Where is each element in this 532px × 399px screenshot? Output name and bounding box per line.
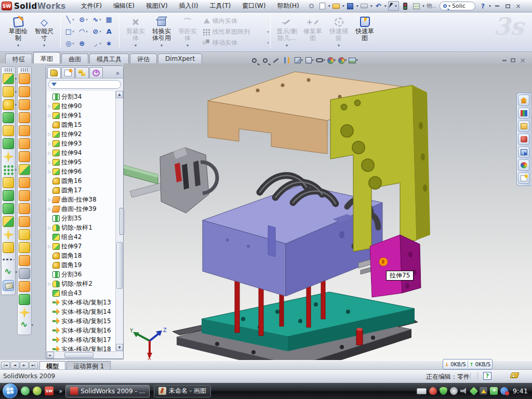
feature-tree-item[interactable]: ▷ 拉伸95 bbox=[47, 157, 115, 167]
toolbar-button[interactable] bbox=[3, 99, 14, 110]
scroll-right-button[interactable]: ► bbox=[47, 352, 54, 358]
expand-arrow-icon[interactable]: ▷ bbox=[47, 104, 52, 109]
keyboard-layout-icon[interactable] bbox=[417, 388, 427, 394]
toolbar-button[interactable] bbox=[3, 203, 14, 214]
expand-arrow-icon[interactable]: ▷ bbox=[47, 244, 52, 249]
tray-icon[interactable] bbox=[440, 387, 447, 395]
scroll-thumb[interactable] bbox=[64, 352, 94, 358]
save-icon[interactable] bbox=[345, 2, 355, 11]
red-cylinder[interactable] bbox=[356, 328, 363, 345]
feature-tree-item[interactable]: 圆角17 bbox=[47, 185, 115, 195]
expand-arrow-icon[interactable]: ▷ bbox=[47, 113, 52, 118]
feature-tree-item[interactable]: ▷ 拉伸96 bbox=[47, 167, 115, 176]
feature-tree-item[interactable]: 实体-移动/复制15 bbox=[47, 316, 115, 326]
insert-block[interactable] bbox=[370, 235, 421, 297]
document-tab[interactable]: 模型 bbox=[39, 361, 65, 369]
ribbon-tab[interactable]: 特征 bbox=[5, 54, 32, 63]
sketch-entity-button[interactable]: ◠ ▾ bbox=[76, 28, 90, 35]
open-icon[interactable] bbox=[331, 2, 341, 11]
command-row[interactable]: 线性草图阵列 ▾ bbox=[203, 26, 269, 37]
toolbar-button[interactable] bbox=[3, 190, 14, 201]
command-button[interactable]: 转换实体引用 ▾ bbox=[149, 15, 175, 49]
menu-item[interactable]: 帮助(H) bbox=[271, 0, 304, 12]
tray-icon[interactable] bbox=[500, 387, 508, 395]
ribbon-tab[interactable]: 模具工具 bbox=[89, 54, 129, 63]
hud-icon[interactable]: ▾ bbox=[261, 56, 271, 65]
scroll-down-button[interactable]: ▼ bbox=[116, 344, 123, 351]
toolbar-button[interactable] bbox=[19, 138, 30, 149]
scroll-up-button[interactable]: ▲ bbox=[116, 91, 123, 98]
feature-tree-item[interactable]: 实体-移动/复制18 bbox=[47, 344, 115, 351]
command-button[interactable]: 修复草图 ▾ bbox=[300, 15, 326, 49]
feature-tree-item[interactable]: 组合43 bbox=[47, 288, 115, 298]
ribbon-tab[interactable]: 曲面 bbox=[61, 54, 88, 63]
toolbar-button[interactable] bbox=[19, 177, 30, 188]
feature-tree-item[interactable]: ▷ 拉伸91 bbox=[47, 111, 115, 120]
sketch-entity-button[interactable]: ╲ ▾ bbox=[63, 16, 76, 23]
feature-tree-item[interactable]: 组合42 bbox=[47, 232, 115, 242]
tab-nav-button[interactable]: |◄ bbox=[1, 362, 10, 369]
command-button[interactable]: 剪裁实体 ▾ bbox=[123, 15, 149, 49]
tab-nav-button[interactable]: ►| bbox=[29, 362, 38, 369]
search-box[interactable]: ▾ bbox=[440, 2, 475, 10]
feature-tree-item[interactable]: 圆角19 bbox=[47, 260, 115, 270]
toolbar-grip[interactable] bbox=[5, 68, 12, 72]
toolbar-button[interactable] bbox=[3, 259, 14, 260]
toolbar-overflow[interactable]: 物.. bbox=[427, 2, 436, 10]
taskbar-window-button[interactable]: 未命名 - 画图 bbox=[154, 385, 211, 397]
sketch-entity-button[interactable]: ⊙ ▾ bbox=[76, 16, 90, 23]
toolbar-grip[interactable] bbox=[21, 68, 28, 72]
feature-tree-item[interactable]: 分割35 bbox=[47, 214, 115, 223]
task-pane-button[interactable] bbox=[518, 121, 529, 132]
toolbar-button[interactable] bbox=[19, 268, 30, 279]
toolbar-button[interactable] bbox=[19, 73, 30, 84]
new-document-icon[interactable] bbox=[317, 2, 327, 11]
menu-item[interactable]: 编辑(E) bbox=[108, 0, 140, 12]
toolbar-button[interactable] bbox=[3, 229, 14, 240]
toolbar-button[interactable] bbox=[3, 138, 14, 149]
task-pane-button[interactable] bbox=[518, 108, 529, 119]
doc-restore-button[interactable] bbox=[511, 58, 515, 62]
toolbar-button[interactable] bbox=[19, 112, 30, 123]
command-row[interactable]: 镜向实体 ▾ bbox=[203, 16, 269, 26]
feature-tree-item[interactable]: ▷ 拉伸94 bbox=[47, 148, 115, 157]
sketch-entity-button[interactable]: ▦ ▾ bbox=[103, 16, 117, 23]
tree-horizontal-scrollbar[interactable]: ◄ ► bbox=[47, 351, 115, 358]
feature-tree-item[interactable]: ▷ 切除-放样1 bbox=[47, 223, 115, 232]
tray-icon[interactable] bbox=[460, 387, 468, 395]
feature-tree-item[interactable]: ▷ 曲面-拉伸39 bbox=[47, 204, 115, 214]
sketch-entity-button[interactable]: ◎ ▾ bbox=[63, 39, 76, 47]
expand-arrow-icon[interactable]: ▷ bbox=[47, 151, 52, 155]
doc-close-button[interactable]: × bbox=[520, 56, 526, 64]
hud-icon[interactable]: ▾ bbox=[283, 56, 292, 65]
toolbar-button[interactable] bbox=[19, 320, 30, 331]
select-tool-button[interactable]: ▾ bbox=[388, 1, 399, 11]
toolbar-button[interactable] bbox=[3, 164, 14, 175]
tray-icon[interactable] bbox=[480, 387, 487, 395]
toolbar-button[interactable] bbox=[19, 216, 30, 227]
window-close-button[interactable]: × bbox=[514, 2, 523, 10]
toolbar-button[interactable] bbox=[19, 190, 30, 201]
hud-icon[interactable]: ▾ bbox=[305, 56, 314, 65]
toolbar-button[interactable] bbox=[19, 99, 30, 110]
toolbar-button[interactable] bbox=[19, 164, 30, 175]
toolbar-button[interactable] bbox=[3, 267, 14, 278]
menu-item[interactable]: 视图(V) bbox=[140, 0, 174, 12]
status-help-icon[interactable]: ? bbox=[483, 372, 491, 380]
expand-arrow-icon[interactable]: ▷ bbox=[47, 169, 52, 174]
toolbar-button[interactable] bbox=[3, 125, 14, 136]
toolbar-button[interactable] bbox=[3, 73, 14, 84]
sketch-entity-button[interactable]: ∿ ▾ bbox=[90, 16, 103, 23]
expand-arrow-icon[interactable]: ▷ bbox=[47, 282, 52, 286]
toolbar-button[interactable] bbox=[3, 177, 14, 188]
feature-tree-item[interactable]: 圆角16 bbox=[47, 176, 115, 185]
feature-tree-item[interactable]: ▷ 曲面-拉伸38 bbox=[47, 195, 115, 204]
feature-tree-item[interactable]: 圆角15 bbox=[47, 120, 115, 129]
print-icon[interactable] bbox=[360, 2, 369, 11]
feature-manager-tab[interactable] bbox=[47, 67, 61, 78]
tray-icon[interactable] bbox=[469, 387, 478, 395]
hud-icon[interactable]: ▾ bbox=[316, 56, 325, 65]
feature-tree-item[interactable]: 分割36 bbox=[47, 270, 115, 279]
toolbar-button[interactable] bbox=[3, 112, 14, 123]
search-input[interactable] bbox=[451, 2, 472, 10]
